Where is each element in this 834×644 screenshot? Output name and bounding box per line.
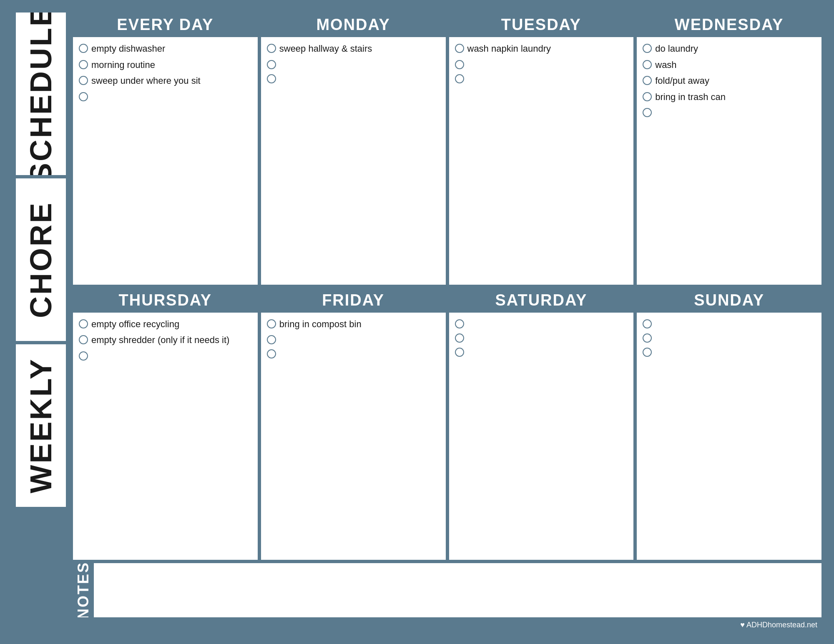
list-item: bring in trash can — [643, 91, 816, 103]
list-item: wash napkin laundry — [455, 43, 628, 55]
page: SCHEDULE CHORE WEEKLY EVERY DAY empty di… — [0, 0, 834, 644]
everyday-header: EVERY DAY — [73, 13, 258, 37]
chore-text: fold/put away — [655, 75, 709, 87]
chore-text: bring in trash can — [655, 91, 726, 103]
checkbox-circle[interactable] — [643, 108, 652, 117]
sidebar-weekly: WEEKLY — [16, 344, 66, 507]
saturday-header: SATURDAY — [449, 288, 634, 313]
checkbox-circle[interactable] — [267, 74, 276, 83]
wednesday-body: do laundry wash fold/put away bring in t… — [637, 37, 821, 285]
checkbox-circle[interactable] — [267, 319, 276, 328]
sidebar: SCHEDULE CHORE WEEKLY — [8, 13, 73, 631]
saturday-card: SATURDAY — [449, 288, 634, 560]
checkbox-circle[interactable] — [267, 44, 276, 53]
list-item — [455, 59, 628, 69]
heart-icon: ♥ — [740, 621, 746, 629]
sidebar-chore: CHORE — [16, 178, 66, 341]
checkbox-circle[interactable] — [643, 319, 652, 328]
checkbox-circle[interactable] — [79, 76, 88, 85]
friday-body: bring in compost bin — [261, 313, 446, 560]
checkbox-circle[interactable] — [79, 92, 88, 101]
chore-text: sweep hallway & stairs — [279, 43, 372, 55]
thursday-body: empty office recycling empty shredder (o… — [73, 313, 258, 560]
tuesday-card: TUESDAY wash napkin laundry — [449, 13, 634, 285]
list-item — [643, 107, 816, 117]
notes-body[interactable] — [94, 563, 821, 617]
sunday-card: SUNDAY — [637, 288, 821, 560]
chore-text: morning routine — [91, 59, 155, 71]
sunday-header: SUNDAY — [637, 288, 821, 313]
tuesday-header: TUESDAY — [449, 13, 634, 37]
list-item: fold/put away — [643, 75, 816, 87]
list-item — [455, 73, 628, 83]
chore-text: empty dishwasher — [91, 43, 165, 55]
notes-row: NOTES — [73, 563, 821, 617]
checkbox-circle[interactable] — [79, 351, 88, 361]
checkbox-circle[interactable] — [643, 44, 652, 53]
list-item: do laundry — [643, 43, 816, 55]
chore-text: empty office recycling — [91, 318, 179, 331]
list-item — [643, 333, 816, 343]
chore-text: wash napkin laundry — [467, 43, 551, 55]
chore-text: do laundry — [655, 43, 698, 55]
notes-label: NOTES — [75, 563, 92, 617]
list-item: sweep hallway & stairs — [267, 43, 440, 55]
notes-card: NOTES — [73, 563, 821, 617]
sidebar-schedule: SCHEDULE — [16, 13, 66, 175]
list-item — [455, 318, 628, 328]
schedule-label: SCHEDULE — [24, 13, 58, 175]
checkbox-circle[interactable] — [79, 335, 88, 344]
thursday-header: THURSDAY — [73, 288, 258, 313]
list-item: morning routine — [79, 59, 252, 71]
tuesday-body: wash napkin laundry — [449, 37, 634, 285]
list-item — [267, 59, 440, 69]
chore-text: empty shredder (only if it needs it) — [91, 334, 229, 346]
list-item — [267, 334, 440, 344]
list-item — [267, 348, 440, 358]
wednesday-header: WEDNESDAY — [637, 13, 821, 37]
monday-body: sweep hallway & stairs — [261, 37, 446, 285]
checkbox-circle[interactable] — [455, 60, 464, 69]
list-item — [267, 73, 440, 83]
list-item: empty shredder (only if it needs it) — [79, 334, 252, 346]
list-item: empty office recycling — [79, 318, 252, 331]
sunday-body — [637, 313, 821, 560]
checkbox-circle[interactable] — [79, 60, 88, 69]
checkbox-circle[interactable] — [455, 319, 464, 328]
monday-card: MONDAY sweep hallway & stairs — [261, 13, 446, 285]
chore-text: wash — [655, 59, 676, 71]
checkbox-circle[interactable] — [455, 74, 464, 83]
credit-text: ADHDhomestead.net — [746, 621, 817, 629]
bottom-row: THURSDAY empty office recycling empty sh… — [73, 288, 821, 560]
list-item: wash — [643, 59, 816, 71]
friday-card: FRIDAY bring in compost bin — [261, 288, 446, 560]
checkbox-circle[interactable] — [643, 333, 652, 343]
checkbox-circle[interactable] — [455, 333, 464, 343]
checkbox-circle[interactable] — [79, 44, 88, 53]
chore-text: bring in compost bin — [279, 318, 362, 331]
checkbox-circle[interactable] — [267, 60, 276, 69]
monday-header: MONDAY — [261, 13, 446, 37]
chore-label: CHORE — [24, 201, 58, 318]
list-item: bring in compost bin — [267, 318, 440, 331]
main-content: EVERY DAY empty dishwasher morning routi… — [73, 13, 821, 631]
checkbox-circle[interactable] — [643, 76, 652, 85]
list-item — [79, 351, 252, 361]
checkbox-circle[interactable] — [267, 349, 276, 358]
footer: ♥ ADHDhomestead.net — [73, 621, 821, 631]
checkbox-circle[interactable] — [79, 319, 88, 328]
list-item: empty dishwasher — [79, 43, 252, 55]
list-item — [455, 333, 628, 343]
list-item: sweep under where you sit — [79, 75, 252, 87]
list-item — [455, 347, 628, 357]
top-row: EVERY DAY empty dishwasher morning routi… — [73, 13, 821, 285]
friday-header: FRIDAY — [261, 288, 446, 313]
checkbox-circle[interactable] — [643, 348, 652, 357]
list-item — [643, 318, 816, 328]
weekly-label: WEEKLY — [24, 358, 58, 493]
checkbox-circle[interactable] — [267, 335, 276, 344]
checkbox-circle[interactable] — [643, 92, 652, 101]
checkbox-circle[interactable] — [455, 348, 464, 357]
checkbox-circle[interactable] — [643, 60, 652, 69]
checkbox-circle[interactable] — [455, 44, 464, 53]
